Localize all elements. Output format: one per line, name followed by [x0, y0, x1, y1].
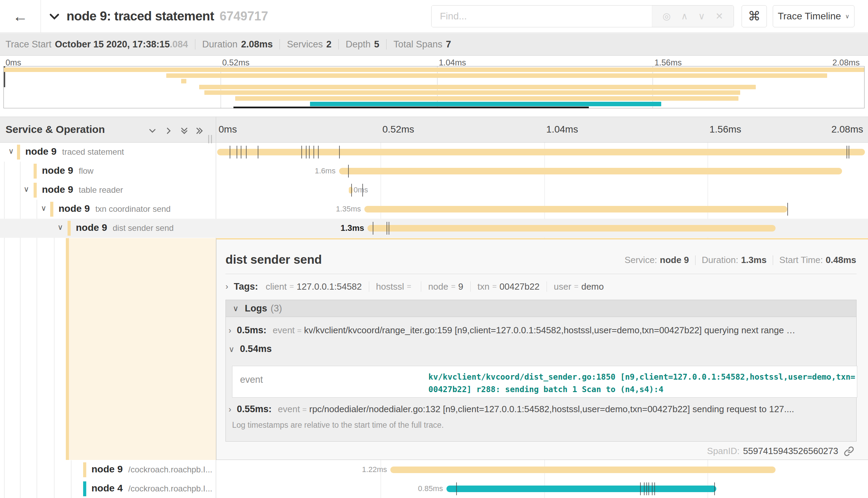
log-keyvalue-table: eventkv/kvclient/kvcoord/dist_sender.go:… [232, 366, 857, 398]
minimap-canvas[interactable] [3, 66, 865, 108]
chevron-right-icon: › [229, 326, 231, 335]
span-duration-bar[interactable] [217, 149, 865, 155]
span-service-name[interactable]: node 9/cockroach.roachpb.I... [91, 464, 212, 475]
chevron-down-icon[interactable]: ∨ [41, 204, 46, 213]
logs-count: (3) [271, 303, 282, 314]
span-row[interactable]: ∨node 9dist sender send1.3ms [0, 219, 868, 238]
span-duration-bar[interactable] [339, 168, 842, 174]
log-entry[interactable]: ›0.55ms:event=rpc/nodedialer/nodedialer.… [229, 404, 794, 415]
chevron-down-icon[interactable]: ∨ [57, 223, 63, 232]
equals-sign: = [302, 405, 307, 414]
keyboard-shortcuts-button[interactable]: ⌘ [742, 5, 767, 27]
span-row[interactable]: node 9flow1.6ms [0, 162, 868, 181]
tag-key: node [428, 281, 448, 292]
service-operation-header: Service & Operation [6, 124, 105, 135]
span-color-bar [83, 462, 86, 477]
log-marker-tick [246, 146, 247, 159]
expand-one-icon[interactable] [163, 126, 174, 136]
tags-section[interactable]: › Tags: client=127.0.0.1:54582hostssl=no… [225, 278, 604, 295]
collapse-trace-chevron-icon[interactable] [48, 10, 61, 23]
column-resize-grip[interactable] [208, 135, 212, 143]
equals-sign: = [297, 326, 302, 335]
chevron-down-icon: ∨ [229, 345, 234, 354]
find-input[interactable] [432, 6, 652, 27]
log-marker-tick [351, 184, 352, 197]
log-timestamp: 0.54ms [240, 344, 272, 354]
tag-value: 00427b22 [499, 281, 540, 292]
log-field-value: kv/kvclient/kvcoord/range_iter.go:159 [n… [304, 325, 796, 336]
span-row[interactable]: node 4/cockroach.roachpb.I...0.85ms [0, 479, 868, 498]
log-marker-tick [714, 482, 715, 495]
span-row[interactable]: node 9/cockroach.roachpb.I...1.22ms [0, 460, 868, 479]
view-selector-button[interactable]: Trace Timeline ∨ [773, 5, 854, 27]
view-selector-label: Trace Timeline [778, 11, 841, 22]
span-duration-bar[interactable] [390, 467, 776, 473]
axis-tick-label: 2.08ms [831, 124, 863, 135]
span-service-name[interactable]: node 9table reader [42, 184, 123, 195]
equals-sign: = [451, 282, 455, 291]
deep-link-icon[interactable] [844, 446, 854, 456]
span-row[interactable]: ∨node 9table reader0ms [0, 181, 868, 200]
log-entry[interactable]: ›0.5ms:event=kv/kvclient/kvcoord/range_i… [229, 325, 795, 336]
span-service-name[interactable]: node 4/cockroach.roachpb.I... [91, 483, 212, 494]
trace-title-wrap: node 9: traced statement 6749717 [48, 0, 268, 33]
chevron-down-icon[interactable]: ∨ [24, 185, 29, 194]
span-duration-bar[interactable] [349, 187, 353, 193]
span-color-bar [34, 183, 37, 198]
minimap-span-bar [199, 85, 756, 89]
tags-list: client=127.0.0.1:54582hostssl=node=9txn=… [266, 281, 604, 292]
collapse-one-icon[interactable] [147, 126, 158, 136]
span-duration-bar[interactable] [446, 486, 716, 492]
log-marker-tick [849, 146, 849, 159]
expand-all-icon[interactable] [194, 126, 205, 136]
span-detail-panel: dist sender send Service:node 9Duration:… [216, 238, 868, 460]
log-entry-expanded-header[interactable]: ∨0.54ms [229, 344, 278, 354]
span-service-name[interactable]: node 9dist sender send [76, 222, 174, 233]
trace-info-label: Trace Start [6, 39, 52, 50]
trace-info-value: 2.08ms [241, 39, 273, 50]
span-duration-bar[interactable] [367, 225, 776, 232]
log-field-value-mono: kv/kvclient/kvcoord/dist_sender.go:1850 … [428, 366, 857, 397]
log-marker-tick [318, 146, 319, 159]
span-row[interactable]: ∨node 9txn coordinator send1.35ms [0, 200, 868, 219]
locate-icon[interactable]: ◎ [663, 11, 671, 22]
span-id-row: SpanID: 5597415943526560273 [707, 446, 854, 456]
clear-search-icon[interactable]: ✕ [715, 11, 723, 22]
log-marker-tick [387, 222, 387, 235]
detail-meta-label: Start Time: [779, 255, 823, 265]
log-marker-tick [389, 222, 389, 235]
span-service-name[interactable]: node 9flow [42, 165, 94, 176]
logs-header[interactable]: ∨ Logs (3) [226, 300, 856, 317]
trace-info-value: 5 [374, 39, 379, 50]
span-detail-meta: Service:node 9Duration:1.3msStart Time:0… [625, 255, 856, 265]
log-marker-tick [847, 146, 847, 159]
equals-sign: = [574, 282, 578, 291]
log-marker-tick [301, 146, 302, 159]
chevron-right-icon: › [225, 282, 228, 291]
selected-span-accent-bar [66, 238, 69, 460]
minimap-range-bar[interactable] [233, 107, 589, 108]
next-result-icon[interactable]: ∨ [698, 11, 705, 22]
log-field-key: event [232, 366, 428, 397]
chevron-down-icon[interactable]: ∨ [8, 147, 14, 156]
span-duration-bar[interactable] [364, 206, 787, 212]
log-marker-tick [654, 482, 655, 495]
log-marker-tick [309, 146, 310, 159]
axis-tick-label: 0ms [219, 124, 237, 135]
span-service-name[interactable]: node 9txn coordinator send [59, 203, 171, 214]
equals-sign: = [492, 282, 497, 291]
back-button[interactable]: ← [0, 0, 41, 33]
tag-key: client [266, 281, 287, 292]
detail-meta-value: 0.48ms [826, 255, 856, 265]
tag-key: user [554, 281, 572, 292]
divider [225, 274, 857, 274]
selected-span-subtree-highlight [69, 238, 216, 460]
logs-label: Logs [245, 303, 267, 314]
prev-result-icon[interactable]: ∧ [681, 11, 688, 22]
command-icon: ⌘ [748, 9, 761, 24]
span-row[interactable]: ∨node 9traced statement [0, 143, 868, 162]
indent-guide [37, 200, 37, 498]
span-service-name[interactable]: node 9traced statement [25, 146, 124, 157]
log-marker-tick [348, 165, 349, 178]
collapse-all-icon[interactable] [179, 126, 189, 136]
